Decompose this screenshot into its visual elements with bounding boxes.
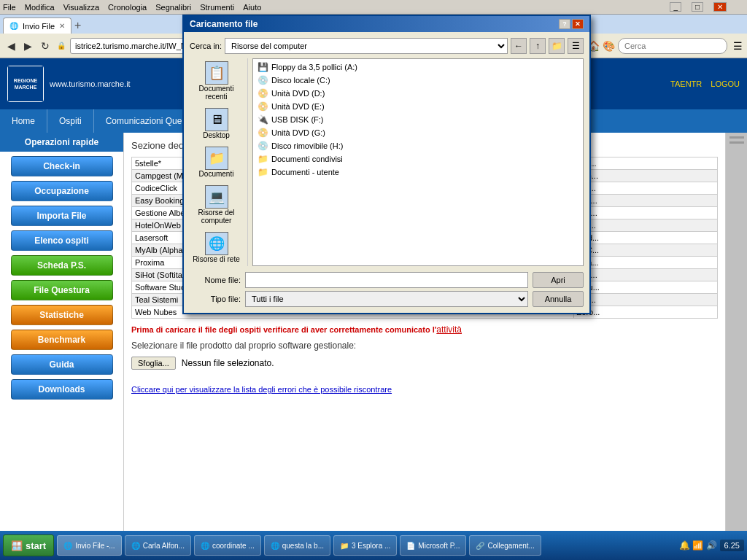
file-item-icon: 📀 xyxy=(258,133,268,138)
file-dialog: Caricamento file ? ✕ Cerca in: Risorse d… xyxy=(182,133,591,314)
dialog-left-nav: 📋 Documenti recenti 🖥 Desktop 📁 Document… xyxy=(190,133,248,266)
taskbar-item-0[interactable]: 🌐 Invio File -... xyxy=(57,535,121,556)
taskbar-item-4[interactable]: 📁 3 Esplora ... xyxy=(333,535,397,556)
filetype-label: Tipo file: xyxy=(190,295,241,303)
taskbar-icon-4: 📁 xyxy=(340,542,349,550)
taskbar-item-5[interactable]: 📄 Microsoft P... xyxy=(400,535,466,556)
network-icon: 🌐 xyxy=(205,232,228,255)
taskbar-item-1[interactable]: 🌐 Carla Alfon... xyxy=(125,535,191,556)
nav-computer-label: Risorse del computer xyxy=(191,209,242,225)
nav-documenti-label: Documenti xyxy=(191,170,242,178)
filename-input[interactable] xyxy=(245,272,528,288)
file-list-item[interactable]: 📁Documenti - utente xyxy=(255,166,581,179)
file-item-icon: 📁 xyxy=(258,167,268,177)
dialog-content: 📋 Documenti recenti 🖥 Desktop 📁 Document… xyxy=(190,133,584,266)
taskbar-label-1: Carla Alfon... xyxy=(143,542,185,550)
taskbar-label-5: Microsoft P... xyxy=(418,542,460,550)
taskbar-item-3[interactable]: 🌐 questa la b... xyxy=(264,535,330,556)
file-item-label: Disco rimovibile (H:) xyxy=(271,141,343,150)
cancel-button[interactable]: Annulla xyxy=(533,291,584,307)
nav-desktop[interactable]: 🖥 Desktop xyxy=(191,133,242,142)
taskbar-item-2[interactable]: 🌐 coordinate ... xyxy=(194,535,261,556)
taskbar-label-2: coordinate ... xyxy=(212,542,255,550)
file-item-label: Documenti condivisi xyxy=(271,155,343,163)
taskbar-label-0: Invio File -... xyxy=(75,542,115,550)
start-button[interactable]: 🪟 start xyxy=(3,534,54,556)
windows-logo: 🪟 xyxy=(11,540,23,551)
page-layout: REGIONE MARCHE www.turismo.marche.it TAE… xyxy=(0,58,747,531)
taskbar-label-4: 3 Esplora ... xyxy=(352,542,390,550)
taskbar-label-6: Collegament... xyxy=(487,542,534,550)
taskbar-icon-0: 🌐 xyxy=(63,542,72,550)
filename-row: Nome file: Apri xyxy=(190,272,584,288)
open-button[interactable]: Apri xyxy=(533,272,584,288)
taskbar-icon-6: 🔗 xyxy=(476,542,484,550)
file-list-item[interactable]: 📁Documenti condivisi xyxy=(255,152,581,166)
taskbar-icon-5: 📄 xyxy=(406,542,415,550)
file-item-icon: 💿 xyxy=(258,141,268,151)
dialog-overlay: Caricamento file ? ✕ Cerca in: Risorse d… xyxy=(0,133,747,531)
start-label: start xyxy=(26,540,46,551)
page-body: Operazioni rapide Check-in Occupazione I… xyxy=(0,133,747,531)
file-item-label: Unità DVD (G:) xyxy=(271,133,325,137)
taskbar: 🪟 start 🌐 Invio File -... 🌐 Carla Alfon.… xyxy=(0,531,747,560)
taskbar-right: 🔔 📶 🔊 6.25 xyxy=(679,540,744,551)
clock: 6.25 xyxy=(720,540,744,551)
dialog-file-list[interactable]: 💾Floppy da 3,5 pollici (A:)💿Disco locale… xyxy=(252,133,584,266)
taskbar-icon-3: 🌐 xyxy=(271,542,279,550)
nav-rete-label: Risorse di rete xyxy=(191,255,242,263)
taskbar-icon-2: 🌐 xyxy=(201,542,209,550)
file-item-icon: 📁 xyxy=(258,154,268,164)
nav-documenti[interactable]: 📁 Documenti xyxy=(191,144,242,181)
filename-label: Nome file: xyxy=(190,276,241,284)
dialog-bottom: Nome file: Apri Tipo file: Tutti i file … xyxy=(190,272,584,307)
tray-icons: 🔔 📶 🔊 xyxy=(679,540,717,551)
docs-icon: 📁 xyxy=(205,147,228,170)
filetype-dropdown[interactable]: Tutti i file xyxy=(245,291,528,307)
nav-desktop-label: Desktop xyxy=(191,133,242,139)
taskbar-label-3: questa la b... xyxy=(282,542,324,550)
dialog-body: Cerca in: Risorse del computer ← ↑ 📁 ☰ xyxy=(184,133,589,313)
filetype-row: Tipo file: Tutti i file Annulla xyxy=(190,291,584,307)
nav-computer[interactable]: 💻 Risorse del computer xyxy=(191,182,242,228)
computer-icon: 💻 xyxy=(205,185,228,209)
file-item-label: Documenti - utente xyxy=(271,168,339,176)
taskbar-icon-1: 🌐 xyxy=(131,542,140,550)
taskbar-item-6[interactable]: 🔗 Collegament... xyxy=(469,535,541,556)
nav-rete[interactable]: 🌐 Risorse di rete xyxy=(191,229,242,266)
file-list-item[interactable]: 📀Unità DVD (G:) xyxy=(255,133,581,139)
file-list-item[interactable]: 💿Disco rimovibile (H:) xyxy=(255,139,581,152)
